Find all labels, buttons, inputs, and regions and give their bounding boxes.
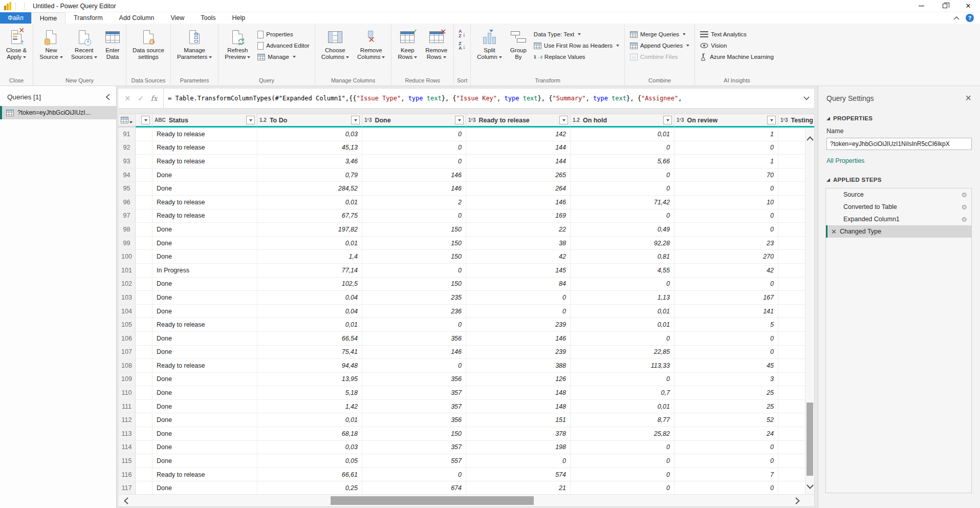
sort-ascending-button[interactable]: AZ↓ — [459, 29, 466, 39]
row-number[interactable]: 97 — [118, 209, 136, 223]
tab-home[interactable]: Home — [31, 12, 66, 24]
grid-cell[interactable]: 77,14 — [257, 264, 362, 277]
grid-cell[interactable]: 0,01 — [257, 196, 362, 209]
grid-cell[interactable]: 378 — [466, 427, 571, 440]
grid-cell[interactable]: 674 — [362, 481, 466, 495]
grid-cell[interactable]: 8,77 — [571, 413, 674, 427]
grid-cell-status[interactable]: Done — [153, 332, 257, 345]
grid-cell[interactable]: 0 — [466, 454, 571, 468]
grid-cell[interactable]: 235 — [362, 291, 466, 304]
grid-cell[interactable] — [136, 454, 153, 468]
append-queries-button[interactable]: Append Queries — [628, 40, 691, 51]
grid-cell[interactable]: 45,13 — [257, 141, 362, 155]
grid-cell[interactable]: 142 — [466, 128, 571, 141]
grid-cell[interactable] — [136, 182, 153, 195]
all-properties-link[interactable]: All Properties — [826, 157, 972, 164]
grid-cell[interactable]: 0 — [362, 128, 466, 141]
recent-sources-button[interactable]: RecentSources — [68, 26, 100, 60]
applied-step-expanded-column1[interactable]: Expanded Column1⚙ — [826, 213, 971, 225]
help-icon[interactable]: ? — [966, 14, 974, 22]
grid-cell[interactable] — [136, 386, 153, 399]
formula-cancel-button[interactable]: ✕ — [121, 91, 134, 105]
grid-cell-status[interactable]: Done — [153, 278, 257, 291]
grid-cell[interactable]: 71,42 — [571, 196, 674, 209]
grid-cell-status[interactable]: Ready to release — [153, 155, 257, 168]
grid-cell[interactable]: 239 — [466, 346, 571, 359]
grid-cell[interactable]: 0,01 — [257, 237, 362, 250]
grid-cell[interactable]: 113,33 — [571, 359, 674, 372]
grid-cell-status[interactable]: Done — [153, 346, 257, 359]
grid-cell[interactable]: 198 — [466, 441, 571, 454]
row-number[interactable]: 109 — [118, 373, 136, 386]
grid-cell[interactable]: 0 — [466, 305, 571, 318]
query-list-item[interactable]: ?token=eyJhbGciOiJIUzI... — [0, 106, 116, 119]
grid-cell-status[interactable]: Done — [153, 413, 257, 427]
sort-descending-button[interactable]: ZA↓ — [459, 41, 466, 51]
horizontal-scroll-thumb[interactable] — [331, 496, 534, 505]
grid-cell[interactable]: 197,82 — [257, 223, 362, 236]
grid-cell[interactable]: 0,04 — [257, 291, 362, 304]
tab-view[interactable]: View — [162, 12, 192, 24]
manage-parameters-button[interactable]: ManageParameters — [174, 26, 215, 60]
collapse-queries-panel-icon[interactable] — [106, 94, 110, 100]
formula-accept-button[interactable]: ✓ — [135, 91, 147, 105]
grid-cell[interactable] — [136, 318, 153, 331]
remove-columns-button[interactable]: ✕ RemoveColumns — [354, 26, 388, 60]
data-type-button[interactable]: Data Type: Text — [532, 29, 621, 40]
grid-cell[interactable]: 0 — [571, 182, 674, 195]
row-number[interactable]: 104 — [118, 305, 136, 318]
grid-cell[interactable] — [136, 264, 153, 277]
grid-cell[interactable] — [136, 481, 153, 495]
grid-cell[interactable] — [136, 196, 153, 209]
delete-step-icon[interactable]: ✕ — [831, 228, 837, 236]
grid-cell[interactable]: 148 — [466, 400, 571, 413]
grid-cell[interactable]: 67,75 — [257, 209, 362, 223]
close-apply-button[interactable]: ✕ ↑ Close &Apply — [3, 26, 30, 60]
grid-cell[interactable]: 150 — [362, 250, 466, 263]
column-header-done[interactable]: 1²3Done — [362, 114, 466, 128]
grid-cell[interactable]: 0,49 — [571, 223, 674, 236]
manage-button[interactable]: Manage — [255, 51, 311, 62]
grid-cell[interactable]: 0 — [571, 441, 674, 454]
row-number[interactable]: 110 — [118, 386, 136, 399]
grid-cell-status[interactable]: Ready to release — [153, 209, 257, 223]
grid-cell[interactable]: 5,18 — [257, 386, 362, 399]
grid-cell-status[interactable]: Ready to release — [153, 141, 257, 155]
grid-cell[interactable] — [136, 250, 153, 263]
column-header-blank[interactable] — [136, 114, 153, 128]
remove-rows-button[interactable]: ✕ RemoveRows — [422, 26, 450, 60]
grid-cell[interactable]: 1,42 — [257, 400, 362, 413]
grid-cell[interactable]: 0,01 — [571, 318, 674, 331]
grid-cell[interactable]: 0,79 — [257, 168, 362, 182]
grid-cell[interactable]: 239 — [466, 318, 571, 331]
restore-button[interactable] — [933, 0, 956, 12]
grid-cell[interactable]: 284,52 — [257, 182, 362, 195]
grid-cell[interactable]: 0 — [571, 168, 674, 182]
grid-cell[interactable] — [136, 400, 153, 413]
grid-cell-status[interactable]: In Progress — [153, 264, 257, 277]
grid-cell[interactable]: 356 — [362, 373, 466, 386]
grid-cell[interactable]: 146 — [362, 182, 466, 195]
column-filter-button[interactable] — [663, 116, 672, 124]
grid-cell[interactable]: 146 — [362, 168, 466, 182]
grid-cell[interactable]: 0 — [571, 209, 674, 223]
applied-step-source[interactable]: Source⚙ — [826, 188, 971, 201]
grid-cell-status[interactable]: Done — [153, 237, 257, 250]
replace-values-button[interactable]: 1→2 Replace Values — [532, 51, 621, 62]
row-number[interactable]: 116 — [118, 468, 136, 481]
grid-cell[interactable]: 38 — [466, 237, 571, 250]
grid-cell-status[interactable]: Ready to release — [153, 359, 257, 372]
grid-cell[interactable]: 146 — [466, 332, 571, 345]
scroll-left-icon[interactable] — [118, 497, 134, 504]
grid-cell[interactable]: 0 — [466, 291, 571, 304]
choose-columns-button[interactable]: ChooseColumns — [318, 26, 352, 60]
row-number[interactable]: 114 — [118, 441, 136, 454]
row-number[interactable]: 108 — [118, 359, 136, 372]
column-filter-button[interactable] — [351, 116, 360, 124]
grid-cell-status[interactable]: Ready to release — [153, 128, 257, 141]
collapse-ribbon-icon[interactable] — [953, 16, 960, 20]
grid-cell[interactable]: 557 — [362, 454, 466, 468]
grid-cell[interactable]: 357 — [362, 386, 466, 399]
split-column-button[interactable]: SplitColumn — [474, 26, 505, 60]
grid-cell[interactable] — [136, 141, 153, 155]
